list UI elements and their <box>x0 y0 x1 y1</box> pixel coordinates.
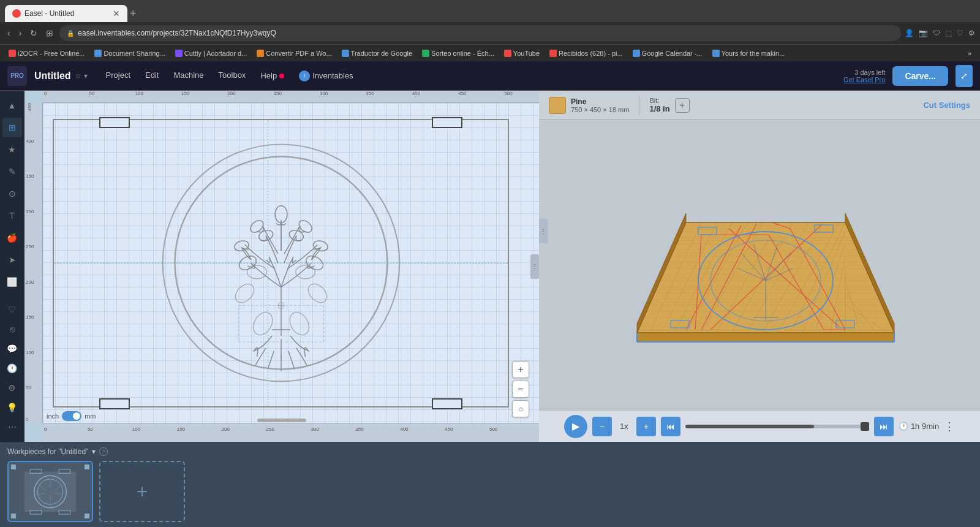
extensions-icon[interactable]: ⬚ <box>945 29 952 37</box>
svg-point-14 <box>249 309 276 339</box>
svg-point-10 <box>296 218 314 235</box>
workpiece-help-btn[interactable]: ? <box>99 447 108 456</box>
bookmark-yours[interactable]: Yours for the makin... <box>709 48 789 58</box>
svg-point-11 <box>275 206 287 223</box>
bookmark-translate[interactable]: Traductor de Google <box>338 48 416 58</box>
zoom-out-btn[interactable]: − <box>512 381 529 398</box>
grid-canvas[interactable] <box>43 103 539 423</box>
sidebar-shapes-icon[interactable]: ⊞ <box>2 118 22 137</box>
sidebar-apps-icon[interactable]: 🍎 <box>2 228 22 248</box>
grid-canvas-wrapper <box>43 103 539 423</box>
bookmark-docsharing[interactable]: Document Sharing... <box>91 48 168 58</box>
play-icon: ▶ <box>572 420 579 432</box>
skip-start-btn[interactable]: ⏮ <box>661 417 680 436</box>
bookmark-favicon-docsharing <box>94 50 102 57</box>
nav-help[interactable]: Help <box>254 68 290 84</box>
chevron-down-icon[interactable]: ▾ <box>84 72 88 80</box>
camera-icon[interactable]: 📷 <box>919 29 928 37</box>
bookmark-pdf[interactable]: Convertir PDF a Wo... <box>253 48 335 58</box>
bookmark-gmail[interactable]: Recibidos (628) - pi... <box>546 48 627 58</box>
nav-machine[interactable]: Machine <box>167 68 209 84</box>
back-btn[interactable]: ‹ <box>5 27 13 39</box>
canvas-area: 0 50 100 150 200 250 300 350 400 450 500 <box>24 91 539 442</box>
workpiece-thumb-1[interactable] <box>7 461 93 522</box>
sidebar-edit-icon[interactable]: ✎ <box>2 162 22 181</box>
bookmarks-bar: i2OCR - Free Online... Document Sharing.… <box>0 44 980 61</box>
settings-icon[interactable]: ⚙ <box>968 29 975 37</box>
profile-icon[interactable]: 👤 <box>905 29 914 37</box>
bookmark-favicon-cuttly <box>175 50 183 57</box>
unit-inch-label: inch <box>47 412 59 420</box>
play-btn[interactable]: ▶ <box>564 415 587 438</box>
workpiece-expand-icon[interactable]: ▾ <box>92 447 96 456</box>
zoom-in-btn[interactable]: + <box>512 361 529 378</box>
carve-button[interactable]: Carve... <box>892 66 948 86</box>
sidebar-more-icon[interactable]: ⋯ <box>2 417 22 437</box>
sidebar-chat-icon[interactable]: 💬 <box>2 339 22 358</box>
skip-end-icon: ⏭ <box>880 422 888 431</box>
handle-br[interactable] <box>432 398 462 409</box>
side-collapse-btn[interactable]: ⋮ <box>530 254 539 279</box>
skip-end-btn[interactable]: ⏭ <box>874 417 894 436</box>
sidebar-lightbulb-icon[interactable]: 💡 <box>2 398 22 417</box>
add-workpiece-icon: + <box>137 480 148 503</box>
canvas-scrollbar[interactable] <box>257 419 306 422</box>
nav-edit[interactable]: Edit <box>139 68 165 84</box>
add-bit-btn[interactable]: + <box>675 98 690 113</box>
sidebar-target-icon[interactable]: ⊙ <box>2 184 22 203</box>
new-tab-btn[interactable]: + <box>130 5 137 22</box>
bit-value: 1/8 in <box>649 104 669 113</box>
nav-project[interactable]: Project <box>100 68 137 84</box>
speed-minus-btn[interactable]: − <box>592 417 612 436</box>
star-icon[interactable]: ☆ <box>75 72 81 80</box>
workpiece-add-btn[interactable]: + <box>99 461 185 522</box>
forward-btn[interactable]: › <box>17 27 24 39</box>
reload-btn[interactable]: ↻ <box>28 27 40 39</box>
svg-point-12 <box>233 240 250 252</box>
plus-icon: + <box>644 422 649 431</box>
bookmarks-more[interactable]: » <box>964 48 975 58</box>
active-tab[interactable]: Easel - Untitled ✕ <box>5 5 127 22</box>
sidebar-3d-icon[interactable]: ⬜ <box>2 272 22 292</box>
ruler-vertical: 450 400 350 300 250 200 150 100 50 0 <box>24 103 43 423</box>
sidebar-clock-icon[interactable]: 🕐 <box>2 358 22 378</box>
bookmark-favicon-i2ocr <box>9 50 16 57</box>
material-swatch[interactable] <box>549 97 566 114</box>
bookmark-i2ocr[interactable]: i2OCR - Free Online... <box>5 48 88 58</box>
sidebar-settings-icon[interactable]: ⚙ <box>2 378 22 398</box>
sidebar-collapse-btn[interactable]: ▲ <box>2 96 22 115</box>
cut-settings-btn[interactable]: Cut Settings <box>923 100 970 110</box>
bookmark-cuttly[interactable]: Cuttly | Acortador d... <box>172 48 251 58</box>
progress-bar[interactable] <box>685 425 869 428</box>
unit-toggle[interactable] <box>62 411 81 421</box>
handle-bl[interactable] <box>99 398 130 409</box>
wp-corner-tl <box>11 464 16 469</box>
bookmark-icon[interactable]: ♡ <box>957 29 963 37</box>
sidebar-bottom: ♡ ⎋ 💬 🕐 ⚙ 💡 ⋯ <box>2 300 22 437</box>
right-collapse-btn[interactable]: ⋮ <box>539 219 548 243</box>
bookmark-sorteo[interactable]: Sorteo online - Éch... <box>418 48 498 58</box>
more-options-btn[interactable]: ⋮ <box>944 420 955 433</box>
bookmark-gcal[interactable]: Google Calendar -... <box>629 48 706 58</box>
nav-inventables[interactable]: I Inventables <box>293 68 360 84</box>
shield-icon[interactable]: 🛡 <box>933 29 940 37</box>
sidebar-favorites-icon[interactable]: ★ <box>2 140 22 159</box>
expand-button[interactable]: ⤢ <box>956 65 973 87</box>
nav-toolbox[interactable]: Toolbox <box>213 68 252 84</box>
sidebar-arrow-icon[interactable]: ➤ <box>2 250 22 270</box>
app-title: Untitled <box>34 70 71 82</box>
home-nav-btn[interactable]: ⊞ <box>43 27 56 39</box>
ruler-0: 0 <box>44 91 47 96</box>
svg-point-17 <box>304 281 330 306</box>
get-pro-link[interactable]: Get Easel Pro <box>843 76 885 83</box>
url-bar[interactable]: 🔒 easel.inventables.com/projects/32TNax1… <box>59 25 901 41</box>
speed-plus-btn[interactable]: + <box>636 417 656 436</box>
bookmark-youtube[interactable]: YouTube <box>500 48 543 58</box>
sidebar-text-icon[interactable]: T <box>2 206 22 226</box>
sidebar-heart-icon[interactable]: ♡ <box>2 300 22 319</box>
tab-close-btn[interactable]: ✕ <box>113 9 120 18</box>
sidebar-import-icon[interactable]: ⎋ <box>2 319 22 339</box>
handle-tr[interactable] <box>432 117 462 128</box>
handle-tl[interactable] <box>99 117 130 128</box>
zoom-home-btn[interactable]: ⌂ <box>512 400 529 417</box>
